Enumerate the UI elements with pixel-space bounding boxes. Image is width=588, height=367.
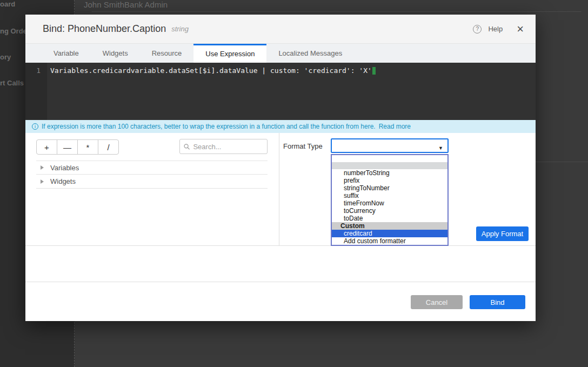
editor-code[interactable]: Variables.credicardvariable.dataSet[$i].… — [47, 63, 536, 120]
expression-helper-panel: + — * / Variables — [25, 133, 279, 245]
bind-button[interactable]: Bind — [470, 295, 525, 309]
divide-operator-button[interactable]: / — [98, 139, 119, 155]
tab-localized-messages[interactable]: Localized Messages — [266, 44, 354, 63]
dropdown-option-creditcard[interactable]: creditcard — [332, 230, 447, 237]
tab-variable[interactable]: Variable — [42, 44, 91, 63]
search-field[interactable] — [179, 139, 268, 154]
tab-use-expression[interactable]: Use Expression — [193, 44, 266, 63]
dropdown-option-blank[interactable] — [332, 155, 447, 162]
tab-resource[interactable]: Resource — [140, 44, 194, 63]
read-more-link[interactable]: Read more — [379, 123, 411, 130]
sidebar-item: ory — [0, 53, 11, 61]
tree-item-label: Variables — [50, 164, 79, 172]
tree-item-widgets[interactable]: Widgets — [36, 175, 268, 189]
plus-operator-button[interactable]: + — [36, 139, 57, 155]
line-number: 1 — [36, 66, 41, 75]
apply-format-button[interactable]: Apply Format — [476, 226, 529, 241]
info-icon — [32, 123, 38, 130]
bind-dialog: Bind: PhoneNumber.Caption string Help Va… — [25, 15, 536, 321]
chevron-right-icon — [41, 179, 44, 184]
multiply-operator-button[interactable]: * — [77, 139, 98, 155]
dropdown-option[interactable]: numberToString — [332, 169, 447, 177]
info-text: If expression is more than 100 character… — [42, 123, 376, 130]
chevron-right-icon — [41, 165, 44, 170]
dropdown-group-custom: Custom — [332, 222, 447, 230]
expression-tree: Variables Widgets — [36, 161, 268, 189]
dropdown-option[interactable]: toDate — [332, 215, 447, 222]
dropdown-option[interactable]: timeFromNow — [332, 199, 447, 207]
dropdown-option-blank[interactable] — [332, 162, 447, 169]
dialog-title: Bind: PhoneNumber.Caption — [43, 23, 166, 35]
dialog-header-actions: Help — [473, 25, 524, 34]
dialog-tabs: Variable Widgets Resource Use Expression… — [25, 44, 536, 63]
dialog-footer: Cancel Bind — [25, 282, 536, 321]
close-icon[interactable] — [517, 25, 524, 34]
dialog-header: Bind: PhoneNumber.Caption string Help — [25, 15, 536, 44]
search-icon — [184, 143, 190, 150]
minus-operator-button[interactable]: — — [57, 139, 78, 155]
background-divider — [536, 162, 588, 162]
sidebar-item: rt Calls — [0, 79, 24, 87]
expression-text: Variables.credicardvariable.dataSet[$i].… — [50, 66, 372, 75]
dropdown-option[interactable]: toCurrency — [332, 207, 447, 215]
chevron-down-icon — [438, 144, 443, 151]
expression-editor[interactable]: 1 Variables.credicardvariable.dataSet[$i… — [25, 63, 536, 120]
help-label[interactable]: Help — [488, 25, 503, 33]
search-input[interactable] — [193, 143, 263, 151]
dropdown-option[interactable]: prefix — [332, 177, 447, 184]
format-type-label: Format Type — [283, 142, 323, 150]
editor-gutter: 1 — [25, 63, 47, 120]
sidebar-item: oard — [0, 0, 15, 8]
dropdown-option[interactable]: suffix — [332, 192, 447, 199]
screen: oard ng Order ory rt Calls John SmithBan… — [0, 0, 588, 367]
format-type-select[interactable] — [331, 138, 449, 153]
dialog-body: + — * / Variables — [25, 133, 536, 246]
operator-buttons: + — * / — [36, 139, 119, 155]
tree-item-variables[interactable]: Variables — [36, 161, 268, 175]
dropdown-option[interactable]: stringToNumber — [332, 184, 447, 192]
format-type-dropdown: numberToString prefix stringToNumber suf… — [331, 154, 449, 246]
tab-widgets[interactable]: Widgets — [91, 44, 140, 63]
cancel-button[interactable]: Cancel — [411, 295, 463, 309]
dialog-type-hint: string — [171, 25, 189, 33]
dropdown-option-add-custom-formatter[interactable]: Add custom formatter — [332, 237, 447, 245]
info-banner: If expression is more than 100 character… — [25, 120, 536, 133]
tree-item-label: Widgets — [50, 177, 76, 185]
help-icon[interactable] — [473, 25, 482, 34]
topbar-username: John SmithBank Admin — [84, 0, 168, 9]
text-cursor — [372, 67, 376, 75]
